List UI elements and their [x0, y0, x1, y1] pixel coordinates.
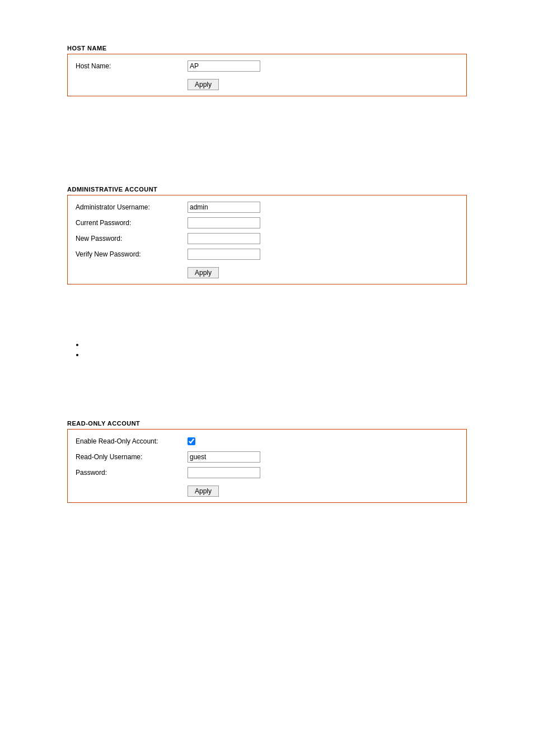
spacer-4: [67, 364, 467, 398]
page-content: HOST NAME Host Name: Apply ADMINISTRATIV…: [0, 11, 534, 559]
verify-password-label: Verify New Password:: [76, 250, 188, 258]
current-password-row: Current Password:: [76, 217, 458, 229]
host-name-section: HOST NAME Host Name: Apply: [67, 45, 467, 96]
readonly-username-label: Read-Only Username:: [76, 453, 188, 461]
current-password-label: Current Password:: [76, 219, 188, 227]
readonly-button-row: Apply: [76, 482, 458, 497]
readonly-username-input[interactable]: [188, 451, 260, 463]
spacer-5: [67, 398, 467, 420]
spacer-1: [67, 119, 467, 152]
info-item-1: [84, 340, 467, 348]
verify-password-row: Verify New Password:: [76, 248, 458, 260]
admin-username-label: Administrator Username:: [76, 203, 188, 211]
admin-account-section: ADMINISTRATIVE ACCOUNT Administrator Use…: [67, 186, 467, 284]
enable-readonly-label: Enable Read-Only Account:: [76, 437, 188, 445]
host-name-title: HOST NAME: [67, 45, 467, 52]
admin-username-input[interactable]: [188, 202, 260, 213]
current-password-input[interactable]: [188, 217, 260, 228]
new-password-label: New Password:: [76, 235, 188, 242]
verify-password-input[interactable]: [188, 249, 260, 260]
admin-apply-button[interactable]: Apply: [188, 267, 219, 278]
new-password-row: New Password:: [76, 232, 458, 245]
info-list: [84, 340, 467, 358]
host-name-button-row: Apply: [76, 76, 458, 90]
admin-account-box: Administrator Username: Current Password…: [67, 195, 467, 284]
readonly-account-box: Enable Read-Only Account: Read-Only User…: [67, 429, 467, 503]
readonly-apply-button[interactable]: Apply: [188, 486, 219, 497]
enable-readonly-row: Enable Read-Only Account:: [76, 435, 458, 447]
host-name-input[interactable]: [188, 60, 260, 72]
host-name-box: Host Name: Apply: [67, 54, 467, 96]
readonly-account-section: READ-ONLY ACCOUNT Enable Read-Only Accou…: [67, 420, 467, 503]
readonly-password-label: Password:: [76, 469, 188, 477]
admin-username-row: Administrator Username:: [76, 201, 458, 213]
admin-button-row: Apply: [76, 264, 458, 278]
new-password-input[interactable]: [188, 233, 260, 244]
host-name-apply-button[interactable]: Apply: [188, 79, 219, 90]
enable-readonly-checkbox[interactable]: [188, 437, 195, 445]
spacer-2: [67, 152, 467, 186]
readonly-password-input[interactable]: [188, 467, 260, 478]
info-item-2: [84, 351, 467, 358]
readonly-account-title: READ-ONLY ACCOUNT: [67, 420, 467, 427]
readonly-username-row: Read-Only Username:: [76, 451, 458, 463]
host-name-label: Host Name:: [76, 62, 188, 70]
host-name-row: Host Name:: [76, 60, 458, 72]
admin-account-title: ADMINISTRATIVE ACCOUNT: [67, 186, 467, 193]
readonly-password-row: Password:: [76, 466, 458, 479]
spacer-3: [67, 307, 467, 340]
